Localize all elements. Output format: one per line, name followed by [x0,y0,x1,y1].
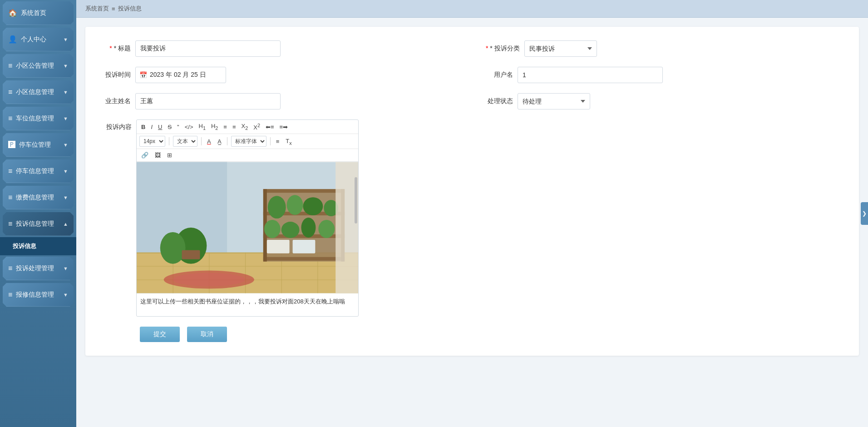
svg-rect-12 [263,189,345,193]
chevron-down-icon-7: ▼ [63,195,68,200]
toolbar-sep-3 [227,137,227,145]
sidebar-item-complaint-manage[interactable]: ≡ 投诉信息管理 ▲ [3,212,74,236]
svg-point-29 [160,232,186,264]
chevron-down-icon-5: ▼ [63,142,68,148]
list-icon-4: ≡ [8,167,12,175]
sidebar-item-parking-manage[interactable]: 🅿 停车位管理 ▼ [3,133,74,157]
sidebar-item-fee-info-label: 缴费信息管理 [16,194,54,202]
font-color-button[interactable]: A [205,137,213,146]
font-size-select[interactable]: 14px12px16px18px [139,136,165,147]
chevron-down-icon-4: ▼ [63,116,68,121]
link-button[interactable]: 🔗 [139,151,150,159]
chevron-up-icon: ▲ [63,221,68,227]
rich-text-editor[interactable]: B I U S " </> H1 H2 ≡ ≡ X2 X2 ⬅≡ ≡➡ [136,119,359,317]
chevron-down-icon-2: ▼ [63,63,68,69]
sidebar-item-parking-record-label: 停车信息管理 [16,167,54,175]
list-icon: ≡ [8,62,12,70]
superscript-button[interactable]: X2 [252,122,262,132]
sidebar-item-complaint-manage-label: 投诉信息管理 [16,220,54,228]
sidebar-item-home-label: 系统首页 [21,9,46,17]
status-group: 处理状态 待处理 处理中 已处理 [486,93,841,109]
breadcrumb-home[interactable]: 系统首页 [85,5,109,13]
sidebar-item-personal-label: 个人中心 [21,35,46,44]
complaint-type-group: * 投诉分类 民事投诉 物业投诉 邻里纠纷 其他 [486,40,841,57]
toolbar-row-2: 14px12px16px18px 文本 A A̲ 标准字体 [137,134,358,149]
sidebar-item-fee-info[interactable]: ≡ 缴费信息管理 ▼ [3,186,74,209]
font-bg-button[interactable]: A̲ [216,137,223,146]
sidebar-item-parking-info[interactable]: ≡ 车位信息管理 ▼ [3,107,74,130]
unordered-list-button[interactable]: ≡ [231,123,238,131]
parking-icon: 🅿 [8,141,15,149]
svg-point-19 [287,195,303,215]
editor-image [137,162,358,293]
h2-button[interactable]: H2 [209,122,220,132]
svg-point-25 [318,220,335,238]
sidebar-item-community-notice-label: 小区公告管理 [16,62,54,70]
text-style-select[interactable]: 文本 [173,136,197,147]
breadcrumb-separator: ≡ [112,5,115,12]
sidebar-item-complaint-process[interactable]: ≡ 投诉处理管理 ▼ [3,257,74,280]
sidebar-item-parking-info-label: 车位信息管理 [16,114,54,123]
breadcrumb: 系统首页 ≡ 投诉信息 [76,0,868,18]
list-icon-5: ≡ [8,194,12,202]
sidebar-item-community-notice[interactable]: ≡ 小区公告管理 ▼ [3,54,74,78]
svg-point-23 [281,222,300,238]
indent-left-button[interactable]: ⬅≡ [264,123,276,131]
date-value: 2023 年 02 月 25 日 [150,71,206,79]
svg-point-22 [264,220,281,238]
sidebar-item-personal[interactable]: 👤 个人中心 ▼ [3,28,74,51]
svg-rect-26 [267,240,290,253]
title-input[interactable] [135,40,281,57]
main-content: 系统首页 ≡ 投诉信息 * 标题 * 投诉分类 民事投诉 物业投诉 邻里纠纷 其… [76,0,868,427]
indent-right-button[interactable]: ≡➡ [278,123,290,131]
list-icon-8: ≡ [8,291,12,299]
align-button[interactable]: ≡ [274,137,281,146]
content-area: * 标题 * 投诉分类 民事投诉 物业投诉 邻里纠纷 其他 投诉时间 [76,18,868,427]
svg-point-20 [303,198,323,216]
underline-button[interactable]: U [156,123,164,131]
owner-input[interactable] [135,93,281,109]
quote-button[interactable]: " [175,123,181,131]
submit-button[interactable]: 提交 [140,327,180,342]
sidebar-item-parking-record[interactable]: ≡ 停车信息管理 ▼ [3,159,74,183]
content-label: 投诉内容 [104,119,136,131]
expand-arrow[interactable]: ❯ [861,202,868,225]
sidebar: 🏠 系统首页 👤 个人中心 ▼ ≡ 小区公告管理 ▼ ≡ 小区信息管理 ▼ ≡ … [0,0,76,427]
table-button[interactable]: ⊞ [165,151,174,159]
owner-label: 业主姓名 [104,97,131,105]
complaint-type-select[interactable]: 民事投诉 物业投诉 邻里纠纷 其他 [524,40,597,57]
form-card: * 标题 * 投诉分类 民事投诉 物业投诉 邻里纠纷 其他 投诉时间 [85,27,859,356]
sidebar-item-complaint-info-label: 投诉信息 [13,242,36,250]
status-select[interactable]: 待处理 处理中 已处理 [518,93,590,109]
sidebar-item-repair-info[interactable]: ≡ 报修信息管理 ▼ [3,283,74,307]
subscript-button[interactable]: X2 [240,122,250,132]
editor-scrollbar[interactable] [355,177,357,223]
title-group: * 标题 [104,40,459,57]
h1-button[interactable]: H1 [197,122,207,132]
list-icon-3: ≡ [8,114,12,123]
chevron-down-icon-9: ▼ [63,292,68,298]
bold-button[interactable]: B [139,123,147,131]
toolbar-row-1: B I U S " </> H1 H2 ≡ ≡ X2 X2 ⬅≡ ≡➡ [137,120,358,134]
image-button[interactable]: 🖼 [153,151,163,159]
editor-text[interactable]: 这里可以上传一些相关图书座位证据的，，，我要投诉对面208天天在晚上嗡嗡 [137,295,358,308]
sidebar-item-complaint-info[interactable]: 投诉信息 [0,237,76,255]
strikethrough-button[interactable]: S [166,123,173,131]
content-row: 投诉内容 B I U S " </> H1 H2 ≡ ≡ X2 [104,119,841,317]
editor-body[interactable]: 这里可以上传一些相关图书座位证据的，，，我要投诉对面208天天在晚上嗡嗡 [137,162,358,316]
username-label: 用户名 [486,71,513,79]
username-input[interactable] [518,67,663,83]
italic-button[interactable]: I [149,123,154,131]
date-input-wrap[interactable]: 📅 2023 年 02 月 25 日 [135,67,226,83]
sidebar-item-community-info[interactable]: ≡ 小区信息管理 ▼ [3,80,74,104]
home-icon: 🏠 [8,9,17,17]
list-icon-7: ≡ [8,264,12,273]
owner-group: 业主姓名 [104,93,459,109]
code-button[interactable]: </> [183,123,195,131]
ordered-list-button[interactable]: ≡ [222,123,229,131]
sidebar-item-home[interactable]: 🏠 系统首页 [3,1,74,25]
clear-format-button[interactable]: Tx [284,137,293,147]
cancel-button[interactable]: 取消 [187,327,227,342]
font-family-select[interactable]: 标准字体 [231,136,266,147]
chevron-down-icon-3: ▼ [63,89,68,95]
